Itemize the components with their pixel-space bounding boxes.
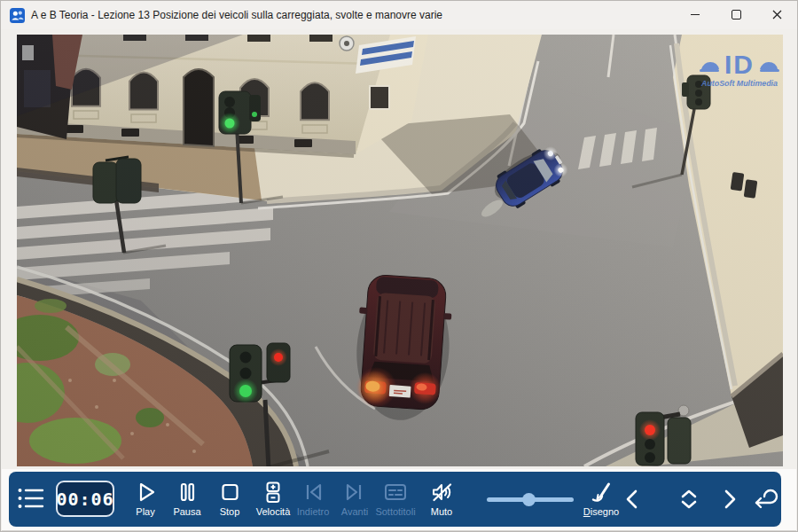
list-icon — [18, 486, 46, 511]
window-title: A e B Teoria - Lezione 13 Posizione dei … — [31, 9, 442, 21]
timer-value: 00:06 — [56, 489, 113, 510]
title-bar: A e B Teoria - Lezione 13 Posizione dei … — [1, 1, 797, 29]
player-toolbar: 00:06 Play Pausa Stop — [9, 472, 781, 527]
maximize-button[interactable] — [716, 1, 756, 28]
close-button[interactable] — [756, 1, 797, 28]
pause-icon — [176, 480, 199, 505]
skip-back-icon — [301, 480, 325, 505]
mute-button[interactable]: Muto — [417, 480, 466, 517]
play-icon — [134, 480, 157, 505]
player-zone: 00:06 Play Pausa Stop — [2, 469, 796, 530]
speed-plus-minus-icon — [262, 480, 285, 505]
app-icon people-icon — [10, 8, 25, 23]
nav-right-button[interactable] — [714, 472, 746, 527]
lesson-3d-scene: ID AutoSoft Multimedia — [17, 35, 783, 466]
subtitles-icon — [383, 480, 408, 505]
minimize-button[interactable] — [675, 1, 716, 28]
chevrons-up-down-icon — [677, 488, 701, 511]
maximize-icon — [732, 10, 741, 20]
window-bottom-border — [2, 530, 796, 531]
skip-forward-icon — [343, 480, 366, 505]
chevron-right-icon — [720, 488, 739, 511]
close-icon — [772, 10, 782, 20]
chevron-left-icon — [622, 488, 642, 511]
nav-up-down-button[interactable] — [673, 472, 705, 527]
timer-display: 00:06 — [56, 481, 114, 517]
return-button[interactable] — [749, 472, 781, 527]
app-window: A e B Teoria - Lezione 13 Posizione dei … — [0, 0, 798, 532]
nav-left-button[interactable] — [616, 472, 648, 527]
minimize-icon — [691, 14, 700, 15]
volume-slider-thumb[interactable] — [522, 493, 536, 506]
lesson-list-button[interactable] — [18, 486, 48, 512]
stop-icon — [218, 480, 241, 505]
subtitles-button: Sottotitoli — [371, 480, 420, 517]
stop-button[interactable]: Stop — [205, 480, 254, 517]
return-arrow-icon — [752, 488, 778, 511]
pen-icon — [590, 480, 613, 505]
volume-slider[interactable] — [487, 472, 574, 527]
muted-speaker-icon — [430, 480, 453, 505]
